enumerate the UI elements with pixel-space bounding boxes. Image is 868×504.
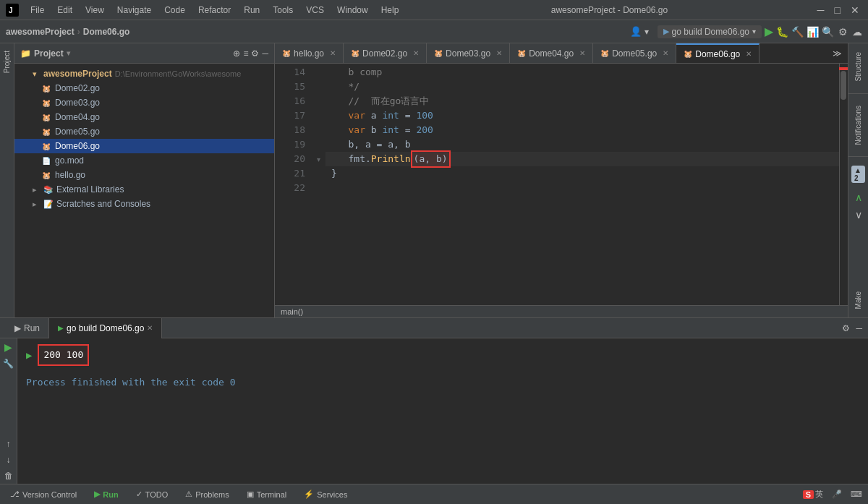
- tree-item-dome03[interactable]: 🐹 Dome03.go: [14, 95, 274, 110]
- tab-overflow-button[interactable]: ≫: [827, 48, 848, 59]
- right-sidebar-chevron-up[interactable]: ∧: [855, 192, 862, 203]
- tree-external-libraries[interactable]: ▸ 📚 External Libraries: [14, 182, 274, 197]
- close-button[interactable]: ✕: [848, 3, 862, 17]
- version-control-button[interactable]: ⎇ Version Control: [6, 488, 81, 500]
- profile-button[interactable]: 📊: [807, 26, 819, 38]
- bottom-tab-run[interactable]: ▶ Run: [6, 318, 49, 338]
- dome06-tab-close[interactable]: ✕: [746, 50, 752, 58]
- menu-run[interactable]: Run: [238, 4, 265, 17]
- project-sidebar-label[interactable]: Project: [1, 46, 12, 77]
- menu-code[interactable]: Code: [158, 4, 191, 17]
- menu-window[interactable]: Window: [331, 4, 374, 17]
- terminal-button[interactable]: ▣ Terminal: [242, 488, 292, 500]
- keymap-icon[interactable]: ⌨: [851, 490, 862, 499]
- menu-view[interactable]: View: [80, 4, 110, 17]
- breadcrumb-project[interactable]: awesomeProject: [6, 27, 75, 37]
- todo-button[interactable]: ✓ TODO: [132, 488, 173, 500]
- problems-label: Problems: [195, 490, 229, 499]
- project-name: awesomeProject: [43, 69, 112, 79]
- gomod-label: go.mod: [55, 155, 84, 166]
- menu-edit[interactable]: Edit: [51, 4, 78, 17]
- run-configuration[interactable]: ▶ go build Dome06.go ▾: [658, 25, 762, 38]
- mic-icon[interactable]: 🎤: [832, 490, 842, 499]
- right-sidebar-chevron-down[interactable]: ∨: [855, 209, 862, 221]
- code-18-indent: [331, 123, 348, 137]
- tab-dome06[interactable]: 🐹 Dome06.go ✕: [676, 43, 760, 64]
- editor-gutter: ▾: [311, 64, 326, 305]
- menu-vcs[interactable]: VCS: [300, 4, 330, 17]
- panel-hide-button[interactable]: ─: [262, 48, 268, 59]
- menu-navigate[interactable]: Navigate: [111, 4, 157, 17]
- bottom-minimize-button[interactable]: ─: [856, 323, 862, 333]
- tab-dome04[interactable]: 🐹 Dome04.go ✕: [510, 43, 593, 64]
- dome02-file-icon: 🐹: [41, 82, 52, 94]
- terminal-play-icon: ▶: [26, 347, 32, 363]
- dome03-tab-close[interactable]: ✕: [496, 49, 502, 57]
- search-icon[interactable]: 🔍: [822, 26, 834, 38]
- code-line-20: fmt . Println (a, b): [326, 152, 839, 166]
- tab-hello[interactable]: 🐹 hello.go ✕: [275, 43, 344, 64]
- maximize-button[interactable]: □: [832, 3, 843, 17]
- bottom-settings-button[interactable]: ⚙: [842, 323, 850, 333]
- terminal-tool-icon[interactable]: 🔧: [3, 359, 14, 369]
- minimize-button[interactable]: ─: [814, 3, 827, 17]
- run-status-label: Run: [103, 490, 118, 499]
- build-tab-close[interactable]: ✕: [147, 324, 153, 332]
- run-button[interactable]: ▶: [765, 25, 773, 38]
- error-count-badge[interactable]: ▲ 2: [848, 163, 868, 186]
- menu-refactor[interactable]: Refactor: [192, 4, 237, 17]
- dome02-tab-close[interactable]: ✕: [413, 49, 419, 57]
- external-libraries-label: External Libraries: [56, 184, 124, 195]
- scrollbar-thumb[interactable]: [841, 71, 846, 100]
- debug-button[interactable]: 🐛: [776, 26, 788, 38]
- breadcrumb-file[interactable]: Dome06.go: [83, 27, 130, 37]
- panel-locate-button[interactable]: ⊕: [233, 48, 240, 59]
- editor-scrollbar[interactable]: [839, 64, 848, 305]
- tab-dome03[interactable]: 🐹 Dome03.go ✕: [427, 43, 510, 64]
- dome05-tab-close[interactable]: ✕: [663, 49, 668, 57]
- todo-icon: ✓: [136, 490, 142, 499]
- terminal-run-icon[interactable]: ▶: [4, 341, 12, 353]
- libraries-icon: ▸: [29, 184, 41, 195]
- panel-collapse-button[interactable]: ≡: [243, 48, 248, 59]
- settings-icon[interactable]: ⚙: [838, 26, 848, 38]
- bottom-tab-build[interactable]: ▶ go build Dome06.go ✕: [49, 318, 162, 338]
- cloud-icon[interactable]: ☁: [852, 26, 862, 38]
- user-avatar[interactable]: 👤 ▾: [630, 26, 649, 37]
- services-button[interactable]: ⚡ Services: [299, 488, 352, 500]
- code-17-var1: var: [348, 108, 365, 123]
- right-sidebar-notifications[interactable]: Notifications: [853, 100, 864, 150]
- tree-item-dome06[interactable]: 🐹 Dome06.go: [14, 139, 274, 153]
- menu-help[interactable]: Help: [375, 4, 405, 17]
- tab-dome02[interactable]: 🐹 Dome02.go ✕: [344, 43, 427, 64]
- tree-item-dome05[interactable]: 🐹 Dome05.go: [14, 124, 274, 139]
- problems-button[interactable]: ⚠ Problems: [181, 488, 233, 500]
- run-status-button[interactable]: ▶ Run: [90, 488, 122, 500]
- terminal-scroll-down-icon[interactable]: ↓: [7, 455, 11, 465]
- panel-gear-button[interactable]: ⚙: [251, 48, 259, 59]
- menu-file[interactable]: File: [25, 4, 50, 17]
- tree-item-dome04[interactable]: 🐹 Dome04.go: [14, 110, 274, 124]
- right-sidebar-structure[interactable]: Structure: [853, 46, 864, 87]
- build-button[interactable]: 🔨: [791, 26, 804, 38]
- panel-dropdown-icon[interactable]: ▾: [67, 49, 70, 57]
- hello-tab-close[interactable]: ✕: [330, 49, 336, 57]
- tree-root-project[interactable]: ▾ awesomeProject D:\Environment\GoWorks\…: [14, 67, 274, 81]
- dome04-tab-close[interactable]: ✕: [579, 49, 585, 57]
- right-sidebar-make[interactable]: Make: [853, 286, 864, 315]
- tree-scratches-consoles[interactable]: ▸ 📝 Scratches and Consoles: [14, 197, 274, 211]
- terminal-scroll-up-icon[interactable]: ↑: [7, 439, 11, 449]
- code-18-b: b: [365, 123, 382, 137]
- terminal-trash-icon[interactable]: 🗑: [4, 471, 13, 481]
- menu-tools[interactable]: Tools: [267, 4, 299, 17]
- tree-item-gomod[interactable]: 📄 go.mod: [14, 153, 274, 168]
- terminal-left-icons: ▶ 🔧 ↑ ↓ 🗑: [0, 338, 17, 484]
- code-17-100: 100: [416, 108, 433, 123]
- code-line-16: // 而在go语言中: [326, 94, 839, 108]
- code-line-19: b, a = a, b: [326, 137, 839, 152]
- tab-dome05[interactable]: 🐹 Dome05.go ✕: [593, 43, 676, 64]
- code-content[interactable]: b comp */ // 而在go语言中 var a: [326, 64, 839, 305]
- sonar-s-icon: S: [803, 490, 814, 499]
- tree-item-dome02[interactable]: 🐹 Dome02.go: [14, 81, 274, 95]
- tree-item-hello[interactable]: 🐹 hello.go: [14, 168, 274, 182]
